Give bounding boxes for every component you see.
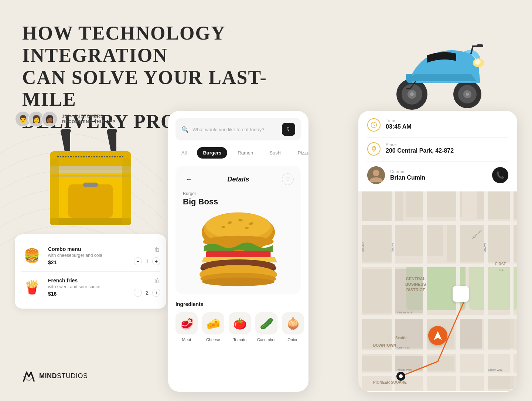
svg-rect-41 [406, 191, 462, 217]
svg-text:Columbia St: Columbia St [397, 311, 413, 314]
svg-text:9th Ave: 9th Ave [483, 242, 487, 252]
svg-rect-88 [453, 286, 469, 302]
category-burgers[interactable]: Burgers [197, 147, 227, 159]
courier-label: Courier [390, 169, 425, 174]
svg-rect-40 [358, 191, 403, 221]
cucumber-icon: 🥒 [255, 312, 277, 334]
delivery-bag-illustration [35, 135, 146, 227]
courier-info: Courier Brian Cumin [367, 166, 425, 184]
quantity-increase[interactable]: + [152, 257, 160, 265]
svg-rect-64 [460, 319, 482, 349]
burger-image [183, 213, 294, 286]
ingredient-cheese: 🧀 Cheese [202, 312, 224, 342]
divider [367, 162, 508, 162]
search-bar[interactable]: 🔍 What would you like to eat today? 🎙 [175, 118, 301, 140]
divider [367, 137, 508, 138]
svg-text:Seattle: Seattle [395, 336, 407, 340]
cart-item-info: Combo menu with cheeseburger and cola $2… [48, 246, 129, 265]
cart-item-price: $21 [48, 259, 129, 265]
logo-text: MINDSTUDIOS [39, 372, 88, 380]
quantity-decrease[interactable]: − [134, 257, 142, 265]
place-info: Place 200 Central Park, 42-872 [386, 142, 454, 154]
quantity-value: 1 [146, 258, 149, 264]
ingredients-title: Ingredients [175, 301, 301, 307]
cart-item-image: 🍟 [21, 276, 43, 298]
cart-item-desc: with sweet and sour sauce [48, 284, 129, 289]
delete-button[interactable]: 🗑 [154, 278, 160, 284]
svg-rect-51 [358, 350, 517, 354]
favorite-button[interactable]: ♡ [282, 173, 294, 185]
cart-item-desc: with cheeseburger and cola [48, 253, 129, 258]
customers-text: 100+ CUSTOMERS RECOMMEND THIS APP [62, 113, 116, 125]
time-info: Time 03:45 AM [386, 118, 412, 130]
food-app-panel: 🔍 What would you like to eat today? 🎙 Al… [168, 111, 308, 392]
svg-text:CENTRAL: CENTRAL [406, 276, 426, 281]
svg-point-87 [399, 374, 403, 378]
svg-rect-52 [358, 373, 517, 376]
time-value: 03:45 AM [386, 123, 412, 130]
svg-text:DISTRICT: DISTRICT [406, 288, 425, 292]
details-title: Details [227, 176, 249, 183]
svg-point-22 [206, 213, 271, 239]
svg-point-27 [245, 227, 249, 229]
svg-rect-57 [484, 191, 488, 391]
quantity-decrease[interactable]: − [134, 289, 142, 297]
ingredients-section: Ingredients 🥩 Meat 🧀 Cheese 🍅 Tomato 🥒 C… [175, 301, 301, 342]
svg-rect-53 [358, 191, 362, 391]
details-header: ← Details ♡ [183, 173, 294, 185]
meat-label: Meat [182, 337, 191, 342]
category-ramen[interactable]: Ramen [232, 147, 259, 159]
courier-name-block: Courier Brian Cumin [390, 169, 425, 181]
tomato-label: Tomato [233, 337, 246, 342]
courier-avatar [367, 166, 385, 184]
customers-badge: 👨 👩 👩🏾 100+ CUSTOMERS RECOMMEND THIS APP [15, 111, 166, 127]
courier-name: Brian Cumin [390, 174, 425, 181]
svg-text:Cherry St: Cherry St [397, 346, 410, 349]
category-sushi[interactable]: Sushi [263, 147, 287, 159]
mindstudios-logo-icon [22, 369, 35, 383]
search-input[interactable]: What would you like to eat today? [192, 127, 278, 132]
svg-text:DOWNTOWN: DOWNTOWN [373, 343, 396, 347]
cart-container: 🍔 Combo menu with cheeseburger and cola … [15, 234, 166, 309]
cheese-label: Cheese [206, 337, 220, 342]
ingredient-cucumber: 🥒 Cucumber [255, 312, 277, 342]
search-icon: 🔍 [181, 126, 189, 133]
svg-rect-10 [477, 44, 483, 47]
svg-point-7 [466, 93, 469, 96]
cart-item-controls: 🗑 − 1 + [134, 246, 160, 265]
svg-text:2nd Ave: 2nd Ave [361, 242, 365, 252]
cart-item-image: 🍔 [21, 245, 43, 267]
cucumber-label: Cucumber [257, 337, 276, 342]
delete-button[interactable]: 🗑 [154, 246, 160, 253]
svg-rect-43 [395, 223, 443, 256]
ingredients-list: 🥩 Meat 🧀 Cheese 🍅 Tomato 🥒 Cucumber 🧅 On… [175, 312, 301, 342]
place-label: Place [386, 142, 454, 147]
time-row: Time 03:45 AM [367, 118, 508, 132]
category-pizza[interactable]: Pizza [292, 147, 308, 159]
category-all[interactable]: All [175, 147, 192, 159]
quantity-control: − 1 + [134, 257, 160, 265]
svg-rect-16 [83, 183, 98, 187]
ingredient-tomato: 🍅 Tomato [229, 312, 251, 342]
cart-item: 🍟 French fries with sweet and sour sauce… [21, 272, 160, 303]
svg-point-34 [202, 278, 274, 286]
clock-icon [367, 118, 381, 132]
svg-rect-58 [510, 191, 514, 391]
back-button[interactable]: ← [183, 173, 195, 185]
call-button[interactable]: 📞 [492, 167, 508, 183]
svg-rect-19 [122, 159, 131, 225]
category-list: All Burgers Ramen Sushi Pizza Pasta [175, 147, 301, 159]
svg-rect-18 [50, 159, 59, 225]
svg-rect-13 [50, 166, 131, 173]
microphone-button[interactable]: 🎙 [282, 123, 295, 136]
svg-point-9 [475, 60, 481, 65]
tomato-icon: 🍅 [229, 312, 251, 334]
scooter-illustration [373, 11, 502, 118]
quantity-increase[interactable]: + [152, 289, 160, 297]
avatar: 👩🏾 [41, 111, 58, 127]
svg-point-3 [410, 92, 414, 96]
place-row: Place 200 Central Park, 42-872 [367, 142, 508, 156]
svg-rect-48 [358, 221, 517, 225]
svg-rect-69 [488, 376, 514, 389]
cart-item-price: $16 [48, 291, 129, 297]
